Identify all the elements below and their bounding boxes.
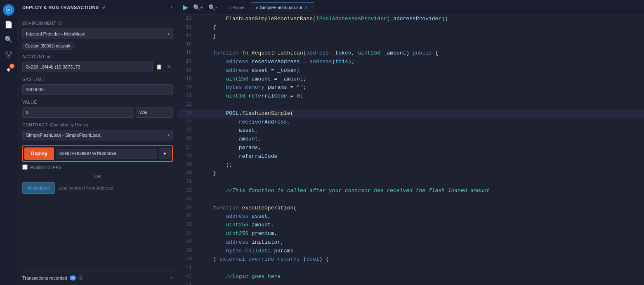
contract-group: CONTRACT (Compiled by Remix) SimpleFlash… [22,123,173,140]
line-content: //This function is called after your con… [197,187,644,195]
line-content: uint16 referralCode = 0; [197,92,644,101]
svg-point-3 [10,52,12,53]
deploy-button[interactable]: Deploy [24,147,54,160]
home-icon: ⌂ [228,5,231,10]
line-content [197,281,644,285]
git-icon[interactable] [2,48,15,61]
publish-row: Publish to IPFS [22,164,173,170]
at-address-button[interactable]: At Address [22,182,55,194]
line-content: bytes calldata params [197,247,644,256]
svg-point-4 [8,56,9,57]
account-select[interactable]: 0x226...8f44b (10.0873173 [22,62,153,72]
environment-label: ENVIRONMENT ⓘ [22,20,173,26]
line-number: 43 [178,281,197,285]
search-icon[interactable]: 🔍 [2,33,15,46]
line-content: function fn_RequestFlashLoan(address _to… [197,49,644,58]
transactions-section[interactable]: Transactions recorded 5 ⓘ › [17,270,178,285]
deploy-icon[interactable]: ◆ 2 [2,63,15,76]
line-content [197,101,644,109]
line-number: 22 [178,101,197,109]
line-content: uint256 amount = _amount; [197,75,644,84]
transactions-expand-icon[interactable]: › [170,275,173,281]
line-content: ); [197,161,644,170]
line-content: ) external override returns (bool) { [197,255,644,264]
line-content: function executeOperation( [197,204,644,213]
value-unit-select[interactable]: Wei Gwei Ether [136,107,173,118]
line-number: 16 [178,49,197,58]
line-content: //Logic goes here [197,273,644,281]
zoom-in-button[interactable]: 🔍+ [191,2,205,12]
file-icon: ● [256,5,258,10]
tab-bar-actions: ▶ 🔍+ 🔍- [182,2,219,13]
deploy-content: ENVIRONMENT ⓘ Injected Provider - MetaMa… [17,15,178,270]
contract-label: CONTRACT (Compiled by Remix) [22,123,173,127]
gas-limit-input[interactable] [22,84,173,95]
deploy-panel: DEPLOY & RUN TRANSACTIONS ✔ › ENVIRONMEN… [17,0,178,285]
line-content: address asset = _token; [197,66,644,75]
deploy-address-input[interactable] [56,149,157,159]
edit-address-button[interactable]: ✎ [165,62,173,71]
icon-sidebar: 📄 🔍 ◆ 2 [0,0,17,285]
deploy-title: DEPLOY & RUN TRANSACTIONS [22,5,99,10]
line-content: amount, [197,135,644,144]
line-content: FlashLoanSimpleReceiverBase(IPoolAddress… [197,15,644,24]
line-number: 42 [178,273,197,281]
line-number: 35 [178,212,197,221]
svg-point-2 [6,52,7,53]
line-number: 37 [178,230,197,238]
line-content: receiverAddress, [197,118,644,127]
copy-address-button[interactable]: 📋 [154,62,164,71]
line-content: } [197,169,644,178]
transactions-title: Transactions recorded [22,276,67,280]
environment-info-icon[interactable]: ⓘ [58,20,63,26]
value-input[interactable] [22,107,134,118]
check-icon: ✔ [102,4,106,11]
line-content: bytes memory params = ""; [197,83,644,92]
line-content [197,178,644,187]
line-number: 26 [178,135,197,144]
account-label: ACCOUNT ⊕ [22,55,173,59]
files-icon[interactable]: 📄 [2,18,15,31]
line-number: 29 [178,161,197,170]
code-editor[interactable]: 12 FlashLoanSimpleReceiverBase(IPoolAddr… [178,15,644,285]
line-number: 34 [178,204,197,213]
line-content [197,264,644,273]
play-button[interactable]: ▶ [182,2,190,13]
line-number: 39 [178,247,197,256]
zoom-out-button[interactable]: 🔍- [207,2,219,12]
gas-limit-group: GAS LIMIT [22,77,173,95]
line-content: { [197,24,644,32]
deploy-header: DEPLOY & RUN TRANSACTIONS ✔ › [17,0,178,15]
account-plus-icon[interactable]: ⊕ [47,55,50,59]
environment-group: ENVIRONMENT ⓘ Injected Provider - MetaMa… [22,20,173,50]
line-number: 14 [178,32,197,41]
publish-ipfs-checkbox[interactable] [22,164,28,170]
line-number: 24 [178,118,197,127]
tab-file-label: SimpleFlashLoan.sol [260,5,302,10]
environment-select-wrapper: Injected Provider - MetaMask Remix VM (L… [22,28,173,39]
line-number: 27 [178,144,197,152]
line-content: POOL.flashLoanSimple( [197,109,644,118]
tab-home[interactable]: ⌂ Home [223,2,250,12]
line-number: 31 [178,178,197,187]
code-table: 12 FlashLoanSimpleReceiverBase(IPoolAddr… [178,15,644,285]
deploy-row: Deploy ▼ [22,145,173,162]
line-content: referralCode [197,152,644,161]
tab-file[interactable]: ● SimpleFlashLoan.sol ✕ [251,2,314,12]
transactions-info-icon[interactable]: ⓘ [78,275,83,281]
contract-select-wrapper: SimpleFlashLoan - SimpleFlashLoan. [22,130,173,140]
environment-select[interactable]: Injected Provider - MetaMask Remix VM (L… [22,28,173,39]
editor-tabs: ▶ 🔍+ 🔍- ⌂ Home ● SimpleFlashLoan.sol ✕ [178,0,644,15]
line-number: 19 [178,75,197,84]
at-address-row: At Address [22,182,173,194]
value-group: VALUE Wei Gwei Ether [22,100,173,118]
contract-select[interactable]: SimpleFlashLoan - SimpleFlashLoan. [22,130,173,140]
tab-close-button[interactable]: ✕ [304,5,309,10]
line-number: 25 [178,126,197,135]
deploy-dropdown-button[interactable]: ▼ [159,148,171,159]
expand-arrow[interactable]: › [170,5,173,10]
at-address-input[interactable] [57,183,173,193]
line-number: 38 [178,238,197,247]
line-number: 12 [178,15,197,24]
line-number: 41 [178,264,197,273]
